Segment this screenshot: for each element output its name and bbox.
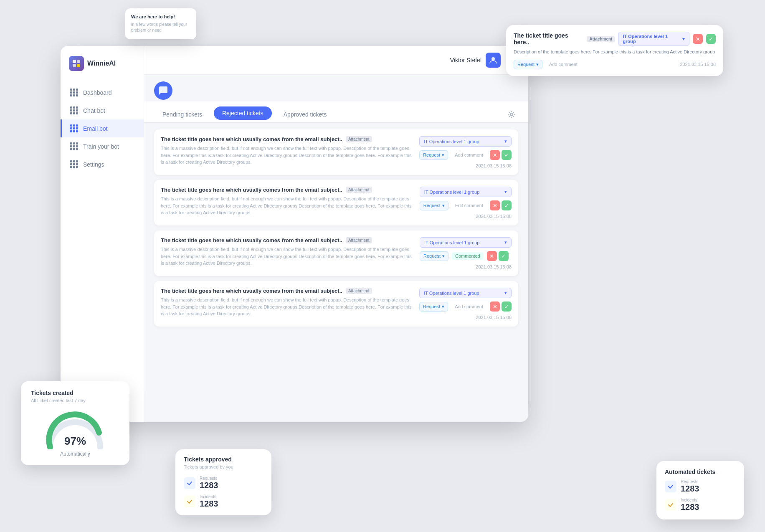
gauge-label: Automatically bbox=[31, 451, 119, 457]
chevron-down-icon: ▾ bbox=[504, 139, 507, 144]
type-label-1: Request bbox=[423, 152, 440, 157]
preview-reject-button[interactable]: ✕ bbox=[693, 34, 702, 44]
auto-requests-label: Requests bbox=[681, 479, 699, 484]
group-dropdown-2[interactable]: IT Operations level 1 group ▾ bbox=[420, 187, 512, 197]
tickets-created-subtitle: All ticket created last 7 day bbox=[31, 398, 119, 403]
preview-title: The ticket title goes here.. Attachment … bbox=[514, 32, 716, 46]
ticket-title-row-1: The ticket title goes here which usually… bbox=[161, 136, 413, 142]
chatbot-icon bbox=[70, 106, 78, 114]
attachment-badge-4[interactable]: Attachment bbox=[346, 288, 372, 294]
type-dropdown-2[interactable]: Request ▾ bbox=[420, 201, 448, 210]
sidebar-item-label-dashboard: Dashboard bbox=[83, 89, 112, 96]
gauge-container: 97% bbox=[42, 410, 109, 449]
ticket-main-2: The ticket title goes here which usually… bbox=[161, 187, 413, 219]
sidebar: WinnieAI Dashboard Chat bot Email bot bbox=[61, 46, 144, 422]
settings-gear-icon[interactable] bbox=[505, 108, 518, 121]
ticket-main-1: The ticket title goes here which usually… bbox=[161, 136, 413, 168]
requests-stat: Requests 1283 bbox=[200, 476, 218, 490]
ticket-date-4: 2021.03.15 15:08 bbox=[476, 315, 512, 320]
chat-icon-bubble bbox=[154, 81, 172, 100]
ticket-date-1: 2021.03.15 15:08 bbox=[476, 163, 512, 168]
emailbot-icon bbox=[70, 124, 78, 132]
username-label: Viktor Stefel bbox=[450, 57, 481, 63]
attachment-badge-2[interactable]: Attachment bbox=[346, 187, 372, 193]
requests-count: 1283 bbox=[200, 481, 218, 490]
approve-button-4[interactable]: ✓ bbox=[502, 301, 512, 312]
ticket-date-2: 2021.03.15 15:08 bbox=[476, 214, 512, 219]
sidebar-item-trainbot[interactable]: Train your bot bbox=[61, 137, 144, 155]
automated-requests-row: Requests 1283 bbox=[665, 479, 736, 494]
tickets-created-title: Tickets created bbox=[31, 390, 119, 396]
edit-comment-btn-2[interactable]: Edit comment bbox=[452, 201, 486, 210]
attachment-badge-1[interactable]: Attachment bbox=[346, 136, 372, 142]
group-dropdown-4[interactable]: IT Operations level 1 group ▾ bbox=[419, 288, 512, 298]
gauge-percent: 97% bbox=[64, 435, 86, 448]
sidebar-item-emailbot[interactable]: Email bot bbox=[61, 119, 144, 137]
ticket-title-4: The ticket title goes here which usually… bbox=[161, 288, 342, 294]
auto-incidents-count: 1283 bbox=[681, 502, 699, 512]
automated-incidents-row: Incidents 1283 bbox=[665, 498, 736, 512]
type-chevron-icon-4: ▾ bbox=[442, 304, 444, 309]
auto-requests-icon bbox=[665, 481, 676, 492]
reject-button-1[interactable]: ✕ bbox=[490, 150, 500, 160]
chevron-down-icon: ▾ bbox=[504, 290, 507, 296]
attachment-badge-3[interactable]: Attachment bbox=[346, 237, 372, 243]
approve-button-2[interactable]: ✓ bbox=[502, 200, 512, 210]
group-dropdown-3[interactable]: IT Operations level 1 group ▾ bbox=[420, 237, 512, 248]
tickets-approved-subtitle: Tickets approved by you bbox=[184, 464, 263, 469]
tab-pending[interactable]: Pending tickets bbox=[154, 107, 210, 122]
reject-button-2[interactable]: ✕ bbox=[490, 200, 500, 210]
logo-icon bbox=[69, 56, 84, 71]
main-window: WinnieAI Dashboard Chat bot Email bot bbox=[61, 46, 528, 422]
preview-group-label: IT Operations level 1 group bbox=[623, 34, 680, 44]
sidebar-item-chatbot[interactable]: Chat bot bbox=[61, 101, 144, 119]
tickets-approved-card: Tickets approved Tickets approved by you… bbox=[175, 449, 271, 515]
add-comment-btn-1[interactable]: Add comment bbox=[451, 151, 486, 159]
preview-title-text: The ticket title goes here.. bbox=[514, 32, 583, 46]
preview-approve-button[interactable]: ✓ bbox=[706, 34, 716, 44]
ticket-title-1: The ticket title goes here which usually… bbox=[161, 136, 342, 142]
ticket-date-3: 2021.03.15 15:08 bbox=[476, 264, 512, 269]
group-dropdown-1[interactable]: IT Operations level 1 group ▾ bbox=[419, 136, 512, 147]
type-chevron-icon-3: ▾ bbox=[442, 253, 445, 259]
table-row: The ticket title goes here which usually… bbox=[154, 281, 518, 327]
chat-helper-card: We are here to help! in a few words plea… bbox=[125, 8, 196, 39]
tab-approved[interactable]: Approved tickets bbox=[275, 107, 335, 122]
incidents-stat: Incidents 1283 bbox=[200, 494, 218, 509]
action-buttons-3: ✕ ✓ bbox=[487, 251, 509, 261]
ticket-title-3: The ticket title goes here which usually… bbox=[161, 237, 342, 243]
add-comment-btn-4[interactable]: Add comment bbox=[451, 302, 486, 311]
approve-button-1[interactable]: ✓ bbox=[502, 150, 512, 160]
ticket-actions-row-1: Request ▾ Add comment ✕ ✓ bbox=[419, 150, 512, 160]
type-dropdown-1[interactable]: Request ▾ bbox=[419, 150, 448, 160]
automated-tickets-title: Automated tickets bbox=[665, 469, 736, 475]
table-row: The ticket title goes here which usually… bbox=[154, 129, 518, 175]
type-label-2: Request bbox=[423, 203, 441, 208]
sidebar-item-label-chatbot: Chat bot bbox=[83, 107, 105, 114]
type-dropdown-3[interactable]: Request ▾ bbox=[420, 251, 448, 261]
reject-button-3[interactable]: ✕ bbox=[487, 251, 497, 261]
reject-button-4[interactable]: ✕ bbox=[490, 301, 500, 312]
type-chevron-icon-2: ▾ bbox=[442, 203, 445, 208]
preview-group-dropdown[interactable]: IT Operations level 1 group ▾ bbox=[618, 32, 689, 46]
ticket-title-row-4: The ticket title goes here which usually… bbox=[161, 288, 413, 294]
preview-type-dropdown[interactable]: Request ▾ bbox=[514, 60, 542, 69]
requests-check-icon bbox=[184, 477, 195, 489]
sidebar-item-label-emailbot: Email bot bbox=[83, 125, 107, 132]
chat-helper-text: in a few words please tell your problem … bbox=[131, 22, 190, 33]
user-avatar[interactable] bbox=[486, 53, 501, 68]
type-dropdown-4[interactable]: Request ▾ bbox=[419, 302, 448, 312]
requests-label: Requests bbox=[200, 476, 218, 481]
preview-desc: Description of the template goes here. F… bbox=[514, 48, 716, 56]
tab-rejected[interactable]: Rejected tickets bbox=[214, 106, 272, 120]
table-row: The ticket title goes here which usually… bbox=[154, 180, 518, 225]
preview-attachment-badge[interactable]: Attachment bbox=[587, 36, 615, 42]
ticket-actions-row-2: Request ▾ Edit comment ✕ ✓ bbox=[420, 200, 512, 210]
preview-add-comment[interactable]: Add comment bbox=[546, 60, 581, 68]
sidebar-item-dashboard[interactable]: Dashboard bbox=[61, 84, 144, 101]
sidebar-item-settings[interactable]: Settings bbox=[61, 155, 144, 173]
ticket-side-1: IT Operations level 1 group ▾ Request ▾ … bbox=[419, 136, 512, 168]
approve-button-3[interactable]: ✓ bbox=[499, 251, 509, 261]
auto-incidents-label: Incidents bbox=[681, 498, 699, 502]
preview-date: 2021.03.15 15:08 bbox=[680, 62, 716, 67]
